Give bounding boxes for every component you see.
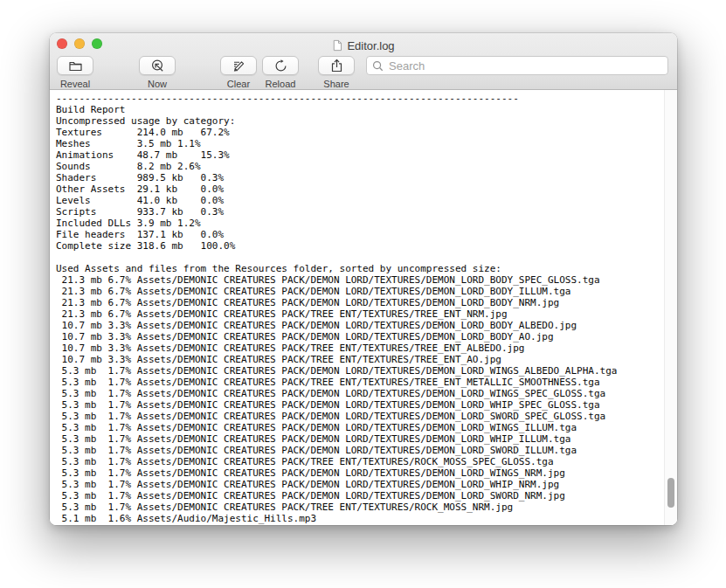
share-button-label: Share xyxy=(323,79,349,89)
window-title: Editor.log xyxy=(347,39,394,52)
toolbar-item-clear: Clear xyxy=(217,56,260,89)
console-log-window: Editor.log Reveal xyxy=(50,33,677,525)
scrollbar-track[interactable] xyxy=(664,90,677,525)
title-area: Editor.log xyxy=(50,33,677,54)
clear-button[interactable] xyxy=(220,56,257,75)
reload-icon xyxy=(273,59,288,73)
share-button[interactable] xyxy=(318,56,355,75)
scrollbar-thumb[interactable] xyxy=(667,478,674,508)
toolbar-item-now: Now xyxy=(135,56,179,89)
window-chrome: Editor.log Reveal xyxy=(50,33,677,90)
reveal-button[interactable] xyxy=(57,56,93,75)
reload-button[interactable] xyxy=(262,56,299,75)
toolbar-item-reveal: Reveal xyxy=(53,56,97,89)
share-icon xyxy=(329,59,344,73)
folder-icon xyxy=(68,59,83,73)
log-content-area[interactable]: ----------------------------------------… xyxy=(50,90,677,525)
reload-button-label: Reload xyxy=(266,79,296,89)
window-titlebar[interactable]: Editor.log xyxy=(50,33,677,54)
search-input[interactable] xyxy=(387,59,662,73)
toolbar-item-share: Share xyxy=(315,56,358,89)
clear-pencil-icon xyxy=(232,59,246,73)
log-text: ----------------------------------------… xyxy=(50,90,677,524)
toolbar-item-reload: Reload xyxy=(259,56,302,89)
now-button-label: Now xyxy=(148,79,167,89)
search-field[interactable] xyxy=(366,56,668,75)
reveal-button-label: Reveal xyxy=(60,79,90,89)
document-icon xyxy=(332,39,342,52)
search-icon xyxy=(372,60,384,72)
jump-to-now-icon xyxy=(150,59,165,73)
toolbar: Reveal Now xyxy=(50,54,677,90)
now-button[interactable] xyxy=(139,56,176,75)
desktop-background: Editor.log Reveal xyxy=(0,0,726,588)
clear-button-label: Clear xyxy=(227,79,250,89)
